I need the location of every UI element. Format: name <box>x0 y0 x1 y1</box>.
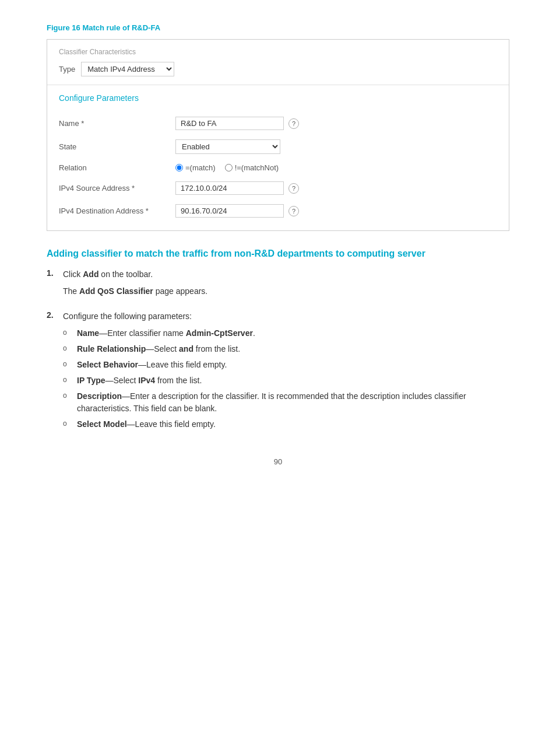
bullet-rule-relationship: o Rule Relationship—Select and from the … <box>63 343 509 355</box>
relation-match-label: =(match) <box>185 163 216 172</box>
bullet-select-behavior: o Select Behavior—Leave this field empty… <box>63 359 509 371</box>
step-2: 2. Configure the following parameters: o… <box>47 310 509 434</box>
type-select[interactable]: Match IPv4 Address <box>81 62 174 76</box>
name-row: Name * ? <box>59 112 497 135</box>
type-label: Type <box>59 65 75 74</box>
bullet-description: o Description—Enter a description for th… <box>63 390 509 415</box>
relation-matchnot-radio[interactable] <box>225 164 233 172</box>
relation-label: Relation <box>59 163 175 172</box>
classifier-characteristics-section: Classifier Characteristics Type Match IP… <box>47 40 509 85</box>
figure-caption: Figure 16 Match rule of R&D-FA <box>47 23 509 32</box>
name-help-icon[interactable]: ? <box>288 118 299 129</box>
ipv4-dest-value-container: ? <box>175 204 299 218</box>
bullet-name-text: Name—Enter classifier name Admin-CptServ… <box>77 327 255 340</box>
bullet-name: o Name—Enter classifier name Admin-CptSe… <box>63 327 509 340</box>
bullet-o-1: o <box>63 327 71 338</box>
step-2-bullets: o Name—Enter classifier name Admin-CptSe… <box>63 327 509 430</box>
bullet-ip-type: o IP Type—Select IPv4 from the list. <box>63 374 509 387</box>
step-2-content: Configure the following parameters: o Na… <box>63 310 509 434</box>
relation-row: Relation =(match) !=(matchNot) <box>59 159 497 177</box>
relation-value-container: =(match) !=(matchNot) <box>175 163 279 172</box>
state-value-container: Enabled <box>175 139 280 154</box>
bullet-o-2: o <box>63 343 71 354</box>
name-input[interactable] <box>175 117 284 130</box>
step-1-instruction: Click Add on the toolbar. <box>63 268 509 281</box>
state-select[interactable]: Enabled <box>175 139 280 154</box>
state-row: State Enabled <box>59 135 497 159</box>
configure-parameters-title: Configure Parameters <box>59 93 497 103</box>
bullet-select-model-text: Select Model—Leave this field empty. <box>77 418 216 430</box>
name-label: Name * <box>59 119 175 128</box>
step-1: 1. Click Add on the toolbar. The Add QoS… <box>47 268 509 302</box>
bullet-behavior-text: Select Behavior—Leave this field empty. <box>77 359 227 371</box>
ipv4-source-input[interactable] <box>175 181 284 195</box>
step-2-number: 2. <box>47 310 57 434</box>
configure-parameters-section: Configure Parameters Name * ? State Enab… <box>47 85 509 230</box>
classifier-characteristics-title: Classifier Characteristics <box>59 48 497 56</box>
step-1-number: 1. <box>47 268 57 302</box>
bullet-o-6: o <box>63 418 71 429</box>
relation-matchnot-option[interactable]: !=(matchNot) <box>225 163 279 172</box>
ipv4-source-row: IPv4 Source Address * ? <box>59 177 497 200</box>
steps-list: 1. Click Add on the toolbar. The Add QoS… <box>47 268 509 434</box>
ipv4-dest-label: IPv4 Destination Address * <box>59 206 175 215</box>
relation-matchnot-label: !=(matchNot) <box>235 163 279 172</box>
step-1-note: The Add QoS Classifier page appears. <box>63 285 509 298</box>
classifier-panel: Classifier Characteristics Type Match IP… <box>47 39 509 231</box>
bullet-rule-text: Rule Relationship—Select and from the li… <box>77 343 240 355</box>
bullet-select-model: o Select Model—Leave this field empty. <box>63 418 509 430</box>
step-1-content: Click Add on the toolbar. The Add QoS Cl… <box>63 268 509 302</box>
state-label: State <box>59 142 175 151</box>
bullet-o-3: o <box>63 359 71 369</box>
type-row: Type Match IPv4 Address <box>59 62 497 76</box>
ipv4-source-label: IPv4 Source Address * <box>59 184 175 192</box>
ipv4-dest-help-icon[interactable]: ? <box>288 206 299 216</box>
relation-match-option[interactable]: =(match) <box>175 163 216 172</box>
bullet-description-text: Description—Enter a description for the … <box>77 390 509 415</box>
bullet-o-4: o <box>63 374 71 385</box>
ipv4-source-help-icon[interactable]: ? <box>288 183 299 194</box>
name-value-container: ? <box>175 117 299 130</box>
ipv4-dest-row: IPv4 Destination Address * ? <box>59 200 497 222</box>
ipv4-source-value-container: ? <box>175 181 299 195</box>
relation-match-radio[interactable] <box>175 164 183 172</box>
page-number: 90 <box>47 457 509 466</box>
section-heading: Adding classifier to match the traffic f… <box>47 249 509 259</box>
step-2-instruction: Configure the following parameters: <box>63 310 509 323</box>
bullet-o-5: o <box>63 390 71 401</box>
ipv4-dest-input[interactable] <box>175 204 284 218</box>
bullet-ip-type-text: IP Type—Select IPv4 from the list. <box>77 374 202 387</box>
